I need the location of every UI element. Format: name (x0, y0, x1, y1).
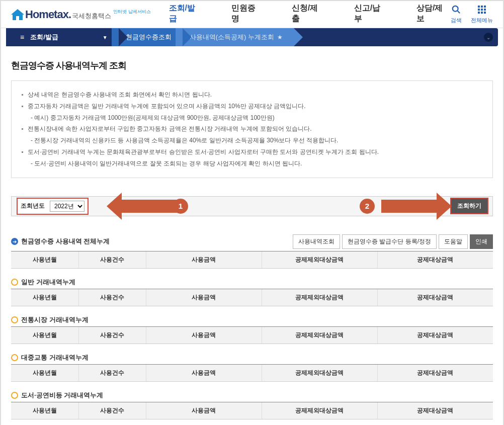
badge-1: 1 (173, 199, 188, 214)
info-line: 중고자동차 거래금액은 일반 거래내역 누계에 포함되어 있으며 사용금액의 1… (22, 101, 482, 112)
main-nav: 조회/발급 민원증명 신청/제출 신고/납부 상담/제보 (166, 0, 451, 32)
header-right: 검색 전체메뉴 (451, 5, 493, 24)
col-month: 사용년월 (11, 251, 78, 268)
nav-consult[interactable]: 상담/제보 (413, 0, 451, 32)
print-button[interactable]: 인쇄 (470, 234, 493, 249)
svg-rect-9 (481, 12, 483, 14)
sub-section-title: 대중교통 거래내역누계 (21, 353, 89, 362)
full-menu-label: 전체메뉴 (471, 17, 493, 23)
arrow-left-annotation (107, 193, 177, 220)
svg-line-1 (458, 11, 460, 13)
sub-section-title: 전통시장 거래내역누계 (21, 315, 89, 324)
svg-rect-4 (484, 6, 486, 8)
nav-report[interactable]: 신고/납부 (351, 0, 388, 32)
sub-section-title: 일반 거래내역누계 (21, 278, 75, 287)
register-method-button[interactable]: 현금영수증 발급수단 등록/정정 (342, 234, 437, 249)
col-deductible: 공제대상금액 (377, 251, 493, 268)
sub-section-header: 일반 거래내역누계 (11, 278, 493, 287)
sub-section-header: 전통시장 거래내역누계 (11, 315, 493, 324)
logo-sub: 국세청홈택스 (72, 12, 111, 21)
circle-icon (11, 392, 18, 399)
info-line: 전통시장내에 속한 사업자로부터 구입한 중고자동차 금액은 전통시장 거래내역… (22, 123, 482, 135)
lookup-button[interactable]: 조회하기 (451, 199, 487, 213)
year-select[interactable]: 2022년 (50, 201, 85, 212)
help-button[interactable]: 도움말 (439, 234, 468, 249)
circle-icon (11, 279, 18, 286)
search-label: 검색 (451, 17, 462, 23)
page-title: 현금영수증 사용내역누계 조회 (11, 59, 493, 71)
svg-rect-2 (478, 6, 480, 8)
svg-rect-6 (481, 9, 483, 11)
year-label: 조회년도 (21, 202, 45, 210)
search-icon (451, 5, 462, 17)
circle-icon (11, 354, 18, 361)
sub-section-header: 대중교통 거래내역누계 (11, 353, 493, 362)
query-wrap: 조회년도 2022년 조회하기 1 2 (11, 191, 493, 221)
badge-2: 2 (360, 199, 375, 214)
year-block: 조회년도 2022년 (17, 198, 89, 215)
info-line: 상세 내역은 현금영수증 사용내역 조회 화면에서 확인 하시면 됩니다. (22, 89, 482, 101)
breadcrumb: ≡조회/발급▼ 현금영수증조회 사용내역(소득공제) 누계조회★ ⌄ (6, 28, 498, 46)
total-section-title: 현금영수증 사용내역 전체누계 (21, 237, 110, 246)
nav-civil[interactable]: 민원증명 (228, 0, 264, 32)
sub-section-header: 도서·공연비등 거래내역누계 (11, 391, 493, 400)
arrow-right-annotation (381, 193, 452, 220)
logo-tagline: 인터넷 납세서비스 (113, 9, 151, 15)
top-header: Hometax. 국세청홈택스 인터넷 납세서비스 조회/발급 민원증명 신청/… (1, 1, 503, 28)
col-amount: 사용금액 (146, 251, 262, 268)
circle-icon (11, 316, 18, 323)
nav-lookup-issue[interactable]: 조회/발급 (166, 0, 203, 32)
info-box: 상세 내역은 현금영수증 사용내역 조회 화면에서 확인 하시면 됩니다. 중고… (11, 80, 493, 178)
star-icon[interactable]: ★ (277, 34, 283, 41)
market-table: 사용년월 사용건수 사용금액 공제제외대상금액 공제대상금액 (11, 326, 493, 344)
col-excluded: 공제제외대상금액 (262, 251, 377, 268)
caret-down-icon: ▼ (103, 35, 108, 40)
svg-rect-5 (478, 9, 480, 11)
crumb-level3[interactable]: 사용내역(소득공제) 누계조회★ (176, 28, 294, 46)
sub-section-title: 도서·공연비등 거래내역누계 (21, 391, 103, 400)
col-count: 사용건수 (78, 251, 146, 268)
house-icon (10, 8, 25, 21)
total-table: 사용년월 사용건수 사용금액 공제제외대상금액 공제대상금액 (11, 251, 493, 269)
svg-rect-3 (481, 6, 483, 8)
svg-point-0 (453, 6, 458, 11)
hamburger-icon: ≡ (20, 33, 24, 41)
info-subline: - 도서·공연비 사용내역이 일반거래내역으로 잘못 조회되는 경우 해당 사업… (22, 158, 482, 169)
chevron-down-icon[interactable]: ⌄ (484, 33, 493, 42)
full-menu-action[interactable]: 전체메뉴 (471, 5, 493, 24)
total-section-header: ➔ 현금영수증 사용내역 전체누계 사용내역조회 현금영수증 발급수단 등록/정… (11, 234, 493, 249)
grid-icon (471, 5, 493, 17)
info-line: 도서·공연비 거래내역 누계는 문화체육관광부로부터 승인받은 도서·공연비 사… (22, 146, 482, 158)
culture-table: 사용년월 사용건수 사용금액 공제제외대상금액 공제대상금액 (11, 402, 493, 419)
transport-table: 사용년월 사용건수 사용금액 공제제외대상금액 공제대상금액 (11, 364, 493, 382)
svg-rect-7 (484, 9, 486, 11)
logo-main: Hometax. (25, 8, 71, 21)
info-subline: - 예시) 중고자동차 거래금액 1000만원(공제제외 대상금액 900만원,… (22, 112, 482, 124)
info-subline: - 전통시장 거래내역의 신용카드 등 사용금액 소득공제율은 40%로 일반거… (22, 135, 482, 146)
arrow-circle-icon: ➔ (11, 238, 18, 245)
svg-rect-10 (484, 12, 486, 14)
search-action[interactable]: 검색 (451, 5, 462, 24)
logo[interactable]: Hometax. 국세청홈택스 인터넷 납세서비스 (10, 8, 151, 21)
general-table: 사용년월 사용건수 사용금액 공제제외대상금액 공제대상금액 (11, 289, 493, 306)
svg-rect-8 (478, 12, 480, 14)
nav-apply[interactable]: 신청/제출 (289, 0, 326, 32)
usage-detail-button[interactable]: 사용내역조회 (293, 234, 340, 249)
crumb-fill: ⌄ (287, 28, 498, 46)
crumb-root[interactable]: ≡조회/발급▼ (6, 28, 119, 46)
